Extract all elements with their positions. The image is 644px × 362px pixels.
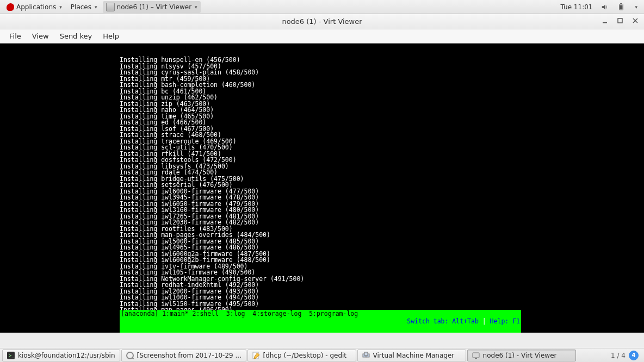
menu-file[interactable]: File [4, 30, 26, 42]
window-minimize-button[interactable] [600, 16, 609, 25]
taskbar-item-label: [dhcp (~/Desktop) - gedit [263, 352, 347, 359]
taskbar-item[interactable]: [dhcp (~/Desktop) - gedit [247, 349, 356, 361]
volume-indicator[interactable] [598, 2, 612, 13]
status-switch-hint: Switch tab: Alt+Tab [407, 317, 479, 325]
menu-file-label: File [9, 32, 21, 40]
status-left: [anaconda] 1:main* 2:shell 3:log 4:stora… [121, 310, 358, 333]
applications-menu[interactable]: Applications ▾ [3, 2, 65, 13]
chevron-down-icon: ▾ [59, 4, 62, 10]
menu-help[interactable]: Help [98, 30, 124, 42]
battery-indicator[interactable] [614, 2, 628, 13]
virt-viewer-icon [106, 3, 115, 11]
image-icon [126, 352, 134, 359]
chevron-down-icon: ▾ [635, 4, 637, 10]
chevron-down-icon: ▾ [195, 4, 197, 10]
window-maximize-button[interactable] [616, 16, 624, 25]
taskbar-item[interactable]: node6 (1) - Virt Viewer [467, 349, 576, 361]
svg-rect-14 [475, 358, 477, 359]
status-help-hint: Help: F1 [490, 317, 520, 325]
menu-help-label: Help [103, 32, 119, 40]
workspace-count: 1 / 4 [611, 352, 626, 359]
taskbar-item-label: kiosk@foundation12:/usr/sbin [18, 352, 115, 359]
taskbar-item-label: Virtual Machine Manager [373, 352, 455, 359]
places-label: Places [71, 3, 91, 11]
virt-viewer-menubar: File View Send key Help [0, 29, 644, 43]
clock-label: Tue 11:01 [561, 3, 593, 11]
svg-rect-13 [473, 353, 479, 358]
volume-icon [601, 3, 609, 11]
svg-rect-12 [364, 352, 368, 355]
gnome-top-panel: Applications ▾ Places ▾ node6 (1) – Virt… [0, 0, 644, 14]
svg-rect-3 [603, 22, 607, 23]
svg-rect-1 [621, 3, 623, 4]
terminal-icon: >_ [7, 352, 15, 359]
redhat-icon [7, 3, 14, 11]
places-menu[interactable]: Places ▾ [67, 2, 101, 13]
workspace-badge: 4 [629, 351, 639, 360]
active-app-menu[interactable]: node6 (1) – Virt Viewer ▾ [103, 1, 201, 13]
status-separator: | [479, 317, 490, 325]
chevron-down-icon: ▾ [95, 4, 97, 10]
window-titlebar: node6 (1) - Virt Viewer [0, 14, 644, 29]
battery-icon [617, 3, 625, 11]
applications-label: Applications [16, 3, 56, 11]
svg-text:>_: >_ [9, 353, 15, 358]
user-menu[interactable]: ▾ [630, 3, 641, 11]
vm-console[interactable]: Installing hunspell-en (456/500) Install… [0, 43, 644, 333]
editor-icon [252, 352, 260, 359]
vmm-icon [362, 352, 370, 359]
maximize-icon [617, 17, 623, 24]
menu-view[interactable]: View [27, 30, 54, 42]
taskbar-item-label: node6 (1) - Virt Viewer [483, 352, 557, 359]
svg-rect-2 [620, 5, 623, 9]
svg-rect-4 [618, 18, 622, 23]
clock[interactable]: Tue 11:01 [558, 2, 596, 13]
window-title: node6 (1) - Virt Viewer [282, 17, 362, 26]
window-close-button[interactable] [631, 16, 640, 25]
taskbar-item-label: [Screenshot from 2017-10-29 ... [137, 352, 242, 359]
workspace-indicator[interactable]: 1 / 4 4 [611, 351, 642, 360]
menu-sendkey[interactable]: Send key [55, 30, 97, 42]
active-app-label: node6 (1) – Virt Viewer [117, 3, 192, 11]
taskbar-item[interactable]: [Screenshot from 2017-10-29 ... [121, 349, 246, 361]
menu-view-label: View [32, 32, 49, 40]
svg-line-8 [132, 358, 134, 359]
close-icon [632, 17, 639, 24]
taskbar-item[interactable]: >_kiosk@foundation12:/usr/sbin [2, 349, 120, 361]
terminal-output: Installing hunspell-en (456/500) Install… [0, 56, 644, 333]
virt-icon [472, 352, 480, 359]
gnome-bottom-taskbar: >_kiosk@foundation12:/usr/sbin[Screensho… [0, 348, 644, 362]
taskbar-item[interactable]: Virtual Machine Manager [357, 349, 466, 361]
menu-sendkey-label: Send key [60, 32, 92, 40]
minimize-icon [602, 17, 608, 24]
anaconda-statusbar: [anaconda] 1:main* 2:shell 3:log 4:stora… [120, 310, 521, 333]
